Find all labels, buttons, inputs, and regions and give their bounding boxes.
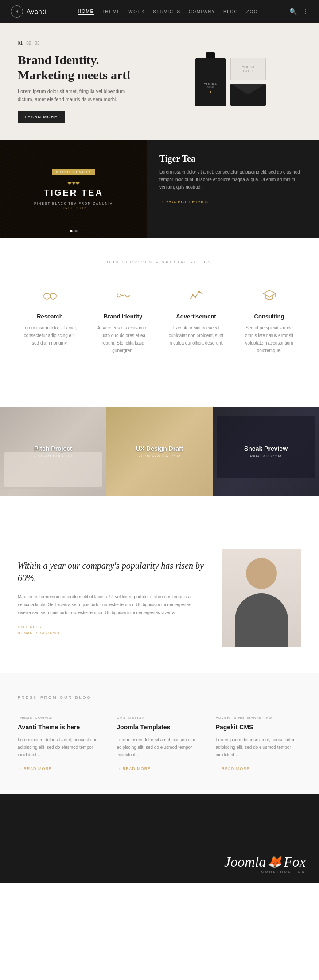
blog-tags-1: THEME COMPANY: [18, 716, 103, 720]
svg-point-2: [192, 295, 193, 296]
nav-company[interactable]: COMPANY: [189, 9, 215, 14]
nav-home[interactable]: HOME: [78, 9, 94, 15]
portfolio-sub-2: YOOKA-YOLA.COM: [138, 454, 181, 458]
nav-zoo[interactable]: ZOO: [246, 9, 258, 14]
footer-logo: Joomla 🦊 Fox CONSTRUCTION: [224, 855, 306, 874]
tiger-tea-section: BRAND IDENTITY ❤♥❤ TIGER TEA FINEST BLAC…: [0, 140, 319, 238]
hero-pagination: 01 02 03: [18, 41, 160, 46]
portfolio-overlay-2: UX Design Draft YOOKA-YOLA.COM: [106, 407, 213, 496]
product-bottle: YOOKA GOLD ◆: [195, 58, 226, 106]
nav-work[interactable]: WORK: [128, 9, 145, 14]
portfolio-title-2: UX Design Draft: [136, 445, 183, 452]
blog-title-3: Pagekit CMS: [216, 723, 301, 731]
nav-links: HOME THEME WORK SERVICES COMPANY BLOG ZO…: [78, 9, 258, 15]
svg-marker-5: [263, 290, 276, 297]
page-3[interactable]: 03: [35, 41, 39, 46]
testimonial-author: KYLE REESE Human Resistance: [18, 624, 204, 637]
services-section-label: OUR SERVICES & SPECIAL FIELDS: [18, 260, 301, 264]
services-section: OUR SERVICES & SPECIAL FIELDS Research L…: [0, 238, 319, 381]
portfolio-item-pitch[interactable]: Pitch Project KISB-MEDIA.COM: [0, 407, 106, 496]
portfolio-item-ux[interactable]: UX Design Draft YOOKA-YOLA.COM: [106, 407, 213, 496]
blog-section-label: FRESH FROM OUR BLOG: [18, 695, 301, 700]
spacer-1: [0, 381, 319, 407]
service-research-title: Research: [22, 313, 78, 320]
blog-readmore-3[interactable]: → READ MORE: [216, 767, 250, 771]
portfolio-overlay-1: Pitch Project KISB-MEDIA.COM: [0, 407, 106, 496]
product-envelope: [230, 84, 266, 106]
service-advertisement-title: Advertisement: [168, 313, 224, 320]
hero-section: 01 02 03 Brand Identity. Marketing meets…: [0, 23, 319, 140]
dot-navigation: [70, 230, 78, 232]
nav-services[interactable]: SERVICES: [153, 9, 180, 14]
services-grid: Research Lorem ipsum dolor sit amet, con…: [18, 280, 301, 359]
blog-title-1: Avanti Theme is here: [18, 723, 103, 731]
blog-tag-company[interactable]: COMPANY: [35, 716, 56, 720]
product-cards: YOOKAGOLD: [230, 58, 266, 106]
menu-icon[interactable]: ⋮: [302, 8, 308, 15]
service-consulting-title: Consulting: [241, 313, 297, 320]
blog-desc-3: Lorem ipsum dolor sit amet, consectetur …: [216, 736, 301, 759]
tiger-tea-right: Tiger Tea Lorem ipsum dolor sit amet, co…: [147, 140, 319, 238]
nav-blog[interactable]: BLOG: [223, 9, 238, 14]
blog-grid: THEME COMPANY Avanti Theme is here Lorem…: [18, 716, 301, 771]
person-body: [235, 593, 288, 647]
nav-action-icons: 🔍 ⋮: [289, 8, 308, 15]
portfolio-overlay-3: Sneak Preview PAGEKIT.COM: [213, 407, 319, 496]
svg-point-4: [198, 291, 199, 293]
blog-tag-marketing[interactable]: MARKETING: [247, 716, 272, 720]
page-1[interactable]: 01: [18, 41, 23, 46]
blog-tags-3: ADVERTISING MARKETING: [216, 716, 301, 720]
hero-product-image: YOOKA GOLD ◆ YOOKAGOLD: [160, 58, 301, 106]
mustache-icon: [95, 285, 151, 306]
tiger-tea-title: Tiger Tea: [160, 154, 307, 164]
logo-name: Avanti: [27, 8, 47, 15]
tiger-badge: BRAND IDENTITY: [52, 169, 94, 175]
navbar: A Avanti HOME THEME WORK SERVICES COMPAN…: [0, 0, 319, 23]
product-label: YOOKA GOLD ◆: [204, 82, 217, 93]
hero-title: Brand Identity. Marketing meets art!: [18, 53, 160, 82]
testimonial-section: Within a year our company's popularity h…: [0, 523, 319, 673]
portfolio-title-1: Pitch Project: [34, 445, 72, 452]
tiger-tea-description: Lorem ipsum dolor sit amet, consectetur …: [160, 168, 307, 191]
search-icon[interactable]: 🔍: [289, 8, 297, 15]
blog-desc-1: Lorem ipsum dolor sit amet, consectetur …: [18, 736, 103, 759]
hero-cta-button[interactable]: LEARN MORE: [18, 111, 65, 123]
service-consulting-desc: Sed ut perspiciatis unde omnis iste natu…: [241, 324, 297, 354]
portfolio-item-sneak[interactable]: Sneak Preview PAGEKIT.COM: [213, 407, 319, 496]
service-brand-identity-title: Brand Identity: [95, 313, 151, 320]
blog-readmore-2[interactable]: → READ MORE: [117, 767, 151, 771]
nav-theme[interactable]: THEME: [102, 9, 121, 14]
person-head: [246, 558, 277, 589]
dot-1[interactable]: [70, 230, 73, 232]
portfolio-sub-3: PAGEKIT.COM: [250, 454, 282, 458]
tiger-project-link[interactable]: → PROJECT DETAILS: [160, 200, 208, 204]
hero-content: 01 02 03 Brand Identity. Marketing meets…: [18, 41, 160, 123]
blog-tag-design[interactable]: DESIGN: [128, 716, 145, 720]
blog-tag-cms[interactable]: CMS: [117, 716, 126, 720]
tiger-logo: ❤♥❤ TIGER TEA FINEST BLACK TEA FROM ZANU…: [34, 180, 113, 209]
blog-tag-theme[interactable]: THEME: [18, 716, 32, 720]
portfolio-section: Pitch Project KISB-MEDIA.COM UX Design D…: [0, 407, 319, 496]
logo-circle: A: [11, 5, 23, 18]
glasses-icon: [22, 285, 78, 306]
spacer-2: [0, 496, 319, 523]
blog-post-1: THEME COMPANY Avanti Theme is here Lorem…: [18, 716, 103, 771]
hero-description: Lorem ipsum dolor sit amet, fringilla ve…: [18, 88, 133, 103]
blog-desc-2: Lorem ipsum dolor sit amet, consectetur …: [117, 736, 202, 759]
service-consulting: Consulting Sed ut perspiciatis unde omni…: [237, 280, 301, 359]
portfolio-title-3: Sneak Preview: [244, 445, 288, 452]
tiger-tea-left: BRAND IDENTITY ❤♥❤ TIGER TEA FINEST BLAC…: [0, 140, 147, 238]
product-card: YOOKAGOLD: [230, 58, 266, 80]
blog-tag-advertising[interactable]: ADVERTISING: [216, 716, 245, 720]
service-research-desc: Lorem ipsum dolor sit amet, consectetur …: [22, 324, 78, 347]
logo[interactable]: A Avanti: [11, 5, 47, 18]
service-advertisement-desc: Excepteur sint occaecat cupidatat non pr…: [168, 324, 224, 347]
dot-2[interactable]: [75, 230, 78, 232]
page-2[interactable]: 02: [26, 41, 31, 46]
blog-post-3: ADVERTISING MARKETING Pagekit CMS Lorem …: [216, 716, 301, 771]
blog-section: FRESH FROM OUR BLOG THEME COMPANY Avanti…: [0, 673, 319, 794]
tiger-tea-overlay: BRAND IDENTITY ❤♥❤ TIGER TEA FINEST BLAC…: [0, 140, 147, 238]
testimonial-person-image: [222, 549, 301, 647]
blog-readmore-1[interactable]: → READ MORE: [18, 767, 52, 771]
chart-icon: [168, 285, 224, 306]
